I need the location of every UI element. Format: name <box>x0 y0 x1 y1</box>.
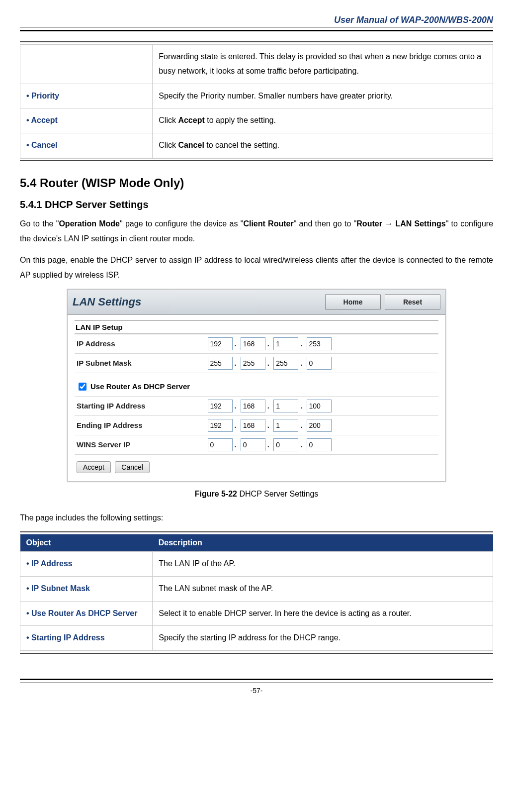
table1-desc-3: Click Cancel to cancel the setting. <box>153 133 493 158</box>
header-buttons: Home Reset <box>325 294 440 310</box>
page-number: -57- <box>251 687 263 695</box>
dhcp-server-checkbox[interactable] <box>79 383 86 391</box>
header-title: User Manual of WAP-200N/WBS-200N <box>20 15 493 25</box>
table2-bottom-border <box>20 651 493 654</box>
table2-intro: The page includes the following settings… <box>20 510 493 525</box>
table2-head-description: Description <box>153 534 493 552</box>
table1-obj-priority: Priority <box>20 84 153 108</box>
table2-desc-0: The LAN IP of the AP. <box>153 551 493 576</box>
dhcp-form-table: Starting IP Address . . . Ending IP Addr… <box>75 397 438 455</box>
table-row: Priority Specify the Priority number. Sm… <box>20 84 493 108</box>
lan-settings-panel: LAN Settings Home Reset LAN IP Setup IP … <box>67 289 446 482</box>
wins-octet-4[interactable] <box>307 438 332 451</box>
table1-bottom-border <box>20 158 493 161</box>
arrow-icon <box>385 219 393 228</box>
header-divider <box>20 27 493 31</box>
ending-ip-octet-2[interactable] <box>241 419 265 432</box>
table2-obj-0: IP Address <box>20 551 153 576</box>
subnet-octet-1[interactable] <box>208 357 233 370</box>
ending-ip-octet-4[interactable] <box>307 419 332 432</box>
table2-desc-3: Specify the starting IP address for the … <box>153 626 493 651</box>
section-5-4-heading: 5.4 Router (WISP Mode Only) <box>20 176 493 190</box>
table-row: Cancel Click Cancel to cancel the settin… <box>20 133 493 158</box>
accept-button[interactable]: Accept <box>77 461 111 473</box>
subnet-inputs: . . . <box>206 353 438 373</box>
table1-obj-cancel: Cancel <box>20 133 153 158</box>
wins-octet-1[interactable] <box>208 438 233 451</box>
table-row: Starting IP Address Specify the starting… <box>20 626 493 651</box>
ending-ip-label: Ending IP Address <box>75 415 206 435</box>
lan-ip-setup-label: LAN IP Setup <box>75 320 438 334</box>
table2-obj-2: Use Router As DHCP Server <box>20 601 153 626</box>
wins-octet-2[interactable] <box>241 438 265 451</box>
dhcp-checkbox-label: Use Router As DHCP Server <box>90 382 190 391</box>
wins-octet-3[interactable] <box>273 438 298 451</box>
table2-obj-1: IP Subnet Mask <box>20 576 153 601</box>
wins-label: WINS Server IP <box>75 435 206 454</box>
ending-ip-inputs: . . . <box>206 415 438 435</box>
bottom-bar: Accept Cancel <box>75 458 438 476</box>
reset-button[interactable]: Reset <box>385 294 440 310</box>
table-row: Accept Click Accept to apply the setting… <box>20 108 493 133</box>
starting-ip-octet-4[interactable] <box>307 400 332 412</box>
ip-address-octet-1[interactable] <box>208 337 233 350</box>
paragraph-2: On this page, enable the DHCP server to … <box>20 253 493 283</box>
table1-desc-0: Forwarding state is entered. This delay … <box>153 45 493 84</box>
table1-desc-1: Specify the Priority number. Smaller num… <box>153 84 493 108</box>
subnet-octet-3[interactable] <box>273 357 298 370</box>
section-5-4-1-heading: 5.4.1 DHCP Server Settings <box>20 199 493 210</box>
cancel-button[interactable]: Cancel <box>115 461 150 473</box>
table-row: IP Subnet Mask . . . <box>75 353 438 373</box>
figure-caption: Figure 5-22 DHCP Server Settings <box>20 490 493 499</box>
starting-ip-octet-2[interactable] <box>241 400 265 412</box>
table-row: Starting IP Address . . . <box>75 397 438 416</box>
ip-address-inputs: . . . <box>206 334 438 354</box>
table2-head-object: Object <box>20 534 153 552</box>
table1-desc-2: Click Accept to apply the setting. <box>153 108 493 133</box>
starting-ip-octet-1[interactable] <box>208 400 233 412</box>
starting-ip-inputs: . . . <box>206 397 438 416</box>
table-row: IP Address The LAN IP of the AP. <box>20 551 493 576</box>
table2-desc-1: The LAN subnet mask of the AP. <box>153 576 493 601</box>
subnet-label: IP Subnet Mask <box>75 353 206 373</box>
lan-header: LAN Settings Home Reset <box>68 290 445 315</box>
ending-ip-octet-1[interactable] <box>208 419 233 432</box>
footer-divider <box>20 679 493 683</box>
home-button[interactable]: Home <box>325 294 381 310</box>
table2-desc-2: Select it to enable DHCP server. In here… <box>153 601 493 626</box>
table2-obj-3: Starting IP Address <box>20 626 153 651</box>
ip-address-octet-2[interactable] <box>241 337 265 350</box>
ip-address-label: IP Address <box>75 334 206 354</box>
table-row: Use Router As DHCP Server Select it to e… <box>20 601 493 626</box>
table-row: Ending IP Address . . . <box>75 415 438 435</box>
ending-ip-octet-3[interactable] <box>273 419 298 432</box>
subnet-octet-2[interactable] <box>241 357 265 370</box>
lan-form-table: IP Address . . . IP Subnet Mask . . . <box>75 334 438 373</box>
starting-ip-label: Starting IP Address <box>75 397 206 416</box>
table1-obj-accept: Accept <box>20 108 153 133</box>
table-row: IP Subnet Mask The LAN subnet mask of th… <box>20 576 493 601</box>
dhcp-checkbox-row: Use Router As DHCP Server <box>75 373 438 397</box>
paragraph-1: Go to the "Operation Mode" page to confi… <box>20 216 493 247</box>
lan-header-title: LAN Settings <box>73 296 141 308</box>
table1: Forwarding state is entered. This delay … <box>20 44 493 158</box>
wins-inputs: . . . <box>206 435 438 454</box>
footer: -57- <box>20 679 493 695</box>
table2: Object Description IP Address The LAN IP… <box>20 534 493 651</box>
table-row: IP Address . . . <box>75 334 438 354</box>
table1-obj-empty <box>20 45 153 84</box>
subnet-octet-4[interactable] <box>307 357 332 370</box>
table-header-row: Object Description <box>20 534 493 552</box>
table-row: Forwarding state is entered. This delay … <box>20 45 493 84</box>
starting-ip-octet-3[interactable] <box>273 400 298 412</box>
ip-address-octet-4[interactable] <box>307 337 332 350</box>
table-row: WINS Server IP . . . <box>75 435 438 454</box>
ip-address-octet-3[interactable] <box>273 337 298 350</box>
